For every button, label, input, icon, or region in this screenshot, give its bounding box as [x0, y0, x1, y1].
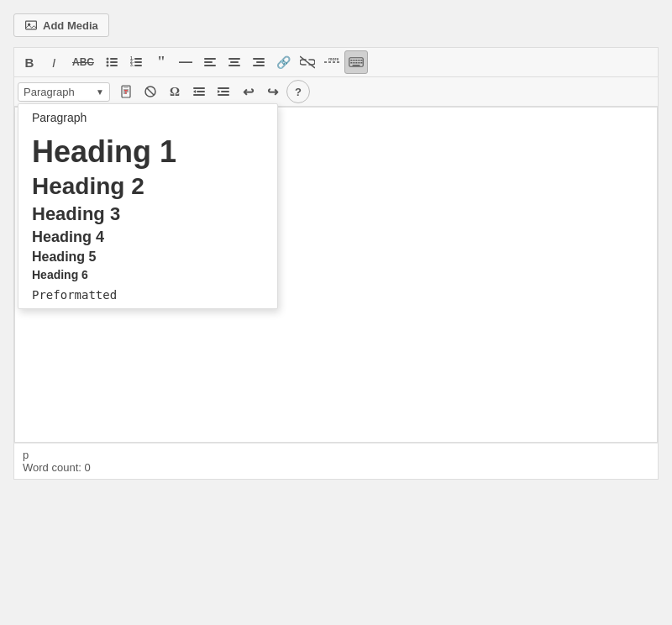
align-right-icon	[252, 55, 265, 69]
add-media-label: Add Media	[43, 19, 98, 32]
blockquote-button[interactable]: "	[150, 50, 173, 74]
toolbar-row-2: Paragraph ▼ Paragraph Heading 1 Heading …	[14, 77, 658, 107]
ordered-list-button[interactable]: 1. 2. 3.	[125, 50, 149, 74]
hr-button[interactable]: —	[174, 50, 197, 74]
dropdown-item-pre[interactable]: Preformatted	[18, 283, 277, 308]
svg-rect-47	[197, 91, 205, 92]
format-select-label: Paragraph	[24, 86, 75, 98]
word-count: Word count: 0	[23, 461, 649, 474]
svg-rect-51	[221, 91, 229, 92]
help-button[interactable]: ?	[286, 80, 310, 103]
svg-rect-48	[193, 94, 205, 96]
redo-button[interactable]: ↪	[260, 80, 284, 103]
format-select-arrow: ▼	[96, 87, 104, 97]
ordered-list-icon: 1. 2. 3.	[130, 55, 144, 69]
svg-rect-0	[26, 21, 37, 29]
format-dropdown-menu: Paragraph Heading 1 Heading 2 Heading 3 …	[18, 103, 278, 309]
svg-marker-49	[193, 90, 196, 93]
svg-point-4	[107, 61, 109, 64]
editor-wrapper: Add Media B I ABC	[0, 0, 672, 625]
svg-rect-31	[360, 60, 362, 61]
svg-rect-16	[204, 65, 216, 66]
svg-rect-15	[204, 61, 213, 63]
dropdown-item-h2[interactable]: Heading 2	[18, 171, 277, 202]
svg-rect-35	[358, 62, 360, 64]
clear-format-icon	[144, 85, 157, 98]
redo-icon: ↪	[267, 84, 278, 100]
svg-rect-36	[360, 62, 362, 64]
paste-text-icon: T	[119, 85, 133, 98]
italic-icon: I	[52, 55, 55, 70]
svg-rect-5	[110, 61, 118, 63]
align-center-button[interactable]	[223, 50, 246, 74]
align-left-button[interactable]	[198, 50, 222, 74]
link-icon: 🔗	[276, 55, 291, 69]
align-center-icon	[228, 55, 241, 69]
align-left-icon	[203, 55, 217, 69]
add-media-button[interactable]: Add Media	[13, 13, 109, 37]
svg-rect-32	[350, 62, 352, 64]
italic-button[interactable]: I	[42, 50, 66, 74]
special-char-icon: Ω	[170, 85, 180, 99]
strikethrough-button[interactable]: ABC	[66, 50, 100, 74]
svg-text:T: T	[124, 89, 129, 95]
unordered-list-button[interactable]	[101, 50, 124, 74]
help-icon: ?	[295, 86, 302, 98]
svg-point-6	[107, 65, 109, 67]
toolbar-container: B I ABC 1.	[13, 47, 659, 443]
keyboard-icon	[349, 55, 364, 69]
bold-button[interactable]: B	[18, 50, 41, 74]
svg-marker-53	[218, 90, 220, 93]
svg-rect-14	[204, 58, 216, 60]
svg-rect-28	[353, 60, 354, 61]
svg-rect-27	[350, 60, 352, 61]
keyboard-button[interactable]	[344, 50, 368, 74]
clear-format-button[interactable]	[139, 80, 162, 103]
svg-rect-22	[253, 65, 265, 66]
svg-rect-29	[355, 60, 357, 61]
svg-text:3.: 3.	[130, 62, 134, 67]
link-button[interactable]: 🔗	[271, 50, 295, 74]
svg-rect-37	[353, 65, 360, 66]
status-tag: p	[23, 449, 649, 461]
paste-text-button[interactable]: T	[114, 80, 138, 103]
svg-rect-19	[228, 65, 240, 66]
dropdown-item-h5[interactable]: Heading 5	[18, 248, 277, 266]
indent-button[interactable]	[212, 80, 235, 103]
blockquote-icon: "	[157, 54, 165, 71]
toolbar-row-1: B I ABC 1.	[14, 48, 658, 77]
unlink-icon	[300, 55, 315, 69]
more-tag-icon: more	[324, 55, 339, 69]
svg-rect-46	[193, 87, 205, 89]
indent-icon	[217, 85, 230, 98]
svg-rect-18	[230, 61, 239, 63]
svg-rect-17	[228, 58, 240, 60]
hr-icon: —	[179, 55, 192, 70]
align-right-button[interactable]	[247, 50, 270, 74]
dropdown-item-h1[interactable]: Heading 1	[18, 133, 277, 171]
dropdown-item-h3[interactable]: Heading 3	[18, 202, 277, 227]
dropdown-item-h6[interactable]: Heading 6	[18, 266, 277, 283]
more-tag-button[interactable]: more	[320, 50, 344, 74]
undo-button[interactable]: ↩	[236, 80, 260, 103]
format-select-button[interactable]: Paragraph ▼	[18, 82, 110, 102]
svg-point-2	[107, 58, 109, 60]
unlink-button[interactable]	[296, 50, 319, 74]
svg-rect-7	[110, 65, 118, 66]
svg-rect-33	[353, 62, 354, 64]
svg-line-23	[300, 56, 315, 68]
svg-rect-52	[218, 94, 229, 96]
dropdown-item-paragraph[interactable]: Paragraph	[18, 104, 277, 133]
outdent-button[interactable]	[187, 80, 211, 103]
special-char-button[interactable]: Ω	[163, 80, 186, 103]
unordered-list-icon	[106, 55, 119, 69]
outdent-icon	[192, 85, 206, 98]
svg-line-45	[147, 88, 154, 95]
svg-rect-30	[358, 60, 360, 61]
svg-rect-34	[355, 62, 357, 64]
dropdown-item-h4[interactable]: Heading 4	[18, 227, 277, 248]
strikethrough-icon: ABC	[72, 56, 94, 68]
svg-rect-3	[110, 58, 118, 60]
svg-rect-20	[253, 58, 265, 60]
format-select-wrap: Paragraph ▼ Paragraph Heading 1 Heading …	[18, 82, 110, 102]
